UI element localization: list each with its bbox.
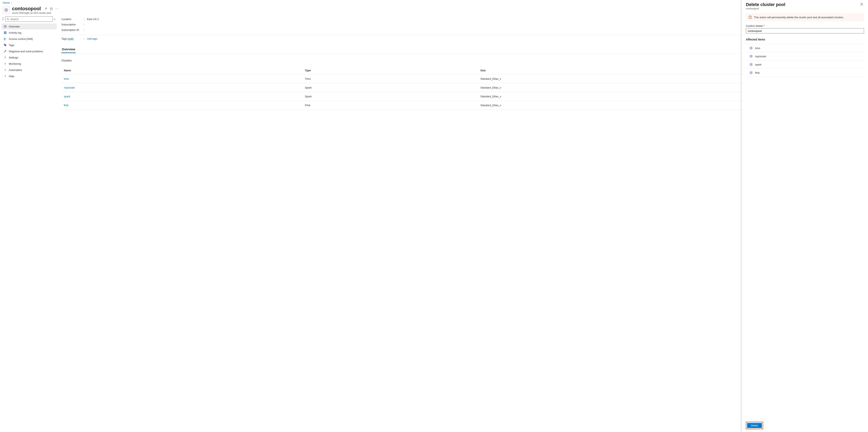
confirm-delete-label: Confirm delete * — [746, 24, 864, 27]
cluster-link[interactable]: spark — [64, 95, 70, 98]
sidebar: « Overview Activity log Access control (… — [0, 17, 57, 432]
page-title: contosopool — [12, 6, 41, 11]
warning-icon — [749, 16, 752, 19]
delete-flyout: Delete cluster pool contosopool This act… — [742, 0, 868, 432]
cluster-icon — [749, 47, 753, 50]
delete-button[interactable]: Delete — [747, 423, 762, 428]
cluster-pool-icon — [4, 8, 8, 12]
affected-items-list: trino mycluster spark flink — [746, 44, 864, 77]
svg-line-10 — [8, 20, 9, 20]
svg-marker-8 — [50, 7, 53, 10]
resource-subtitle: Azure HDInsight on AKS cluster pool — [12, 11, 59, 15]
breadcrumb: Home › — [0, 0, 868, 4]
sidebar-item-activity-log[interactable]: Activity log — [2, 30, 57, 36]
cluster-icon — [749, 55, 753, 58]
col-type[interactable]: Type — [303, 66, 478, 75]
sidebar-item-label: Automation — [9, 68, 22, 71]
sidebar-item-label: Diagnose and solve problems — [9, 50, 43, 53]
delete-button-highlight: Delete — [746, 422, 763, 429]
sidebar-item-tags[interactable]: Tags — [2, 42, 57, 48]
affected-item-name: spark — [755, 63, 762, 66]
location-label: Location — [61, 18, 84, 21]
access-control-icon — [4, 37, 7, 40]
overview-icon — [4, 25, 7, 28]
affected-item-name: trino — [755, 47, 760, 50]
search-input[interactable] — [10, 18, 52, 21]
sidebar-item-label: Settings — [9, 56, 18, 59]
affected-item: mycluster — [746, 52, 864, 60]
sidebar-item-diagnose[interactable]: Diagnose and solve problems — [2, 48, 57, 54]
sidebar-item-label: Tags — [9, 44, 14, 47]
sidebar-search[interactable] — [5, 17, 53, 22]
sidebar-item-label: Access control (IAM) — [9, 37, 33, 40]
svg-point-14 — [4, 38, 5, 39]
chevron-right-icon: › — [11, 2, 12, 4]
warning-text: This action will permanently delete the … — [754, 16, 844, 19]
collapse-sidebar-icon[interactable]: « — [54, 18, 56, 21]
activity-log-icon — [4, 31, 7, 34]
svg-point-15 — [5, 38, 6, 39]
subscription-label: Subscription — [61, 23, 84, 26]
breadcrumb-home-link[interactable]: Home — [3, 1, 10, 4]
svg-rect-12 — [4, 32, 6, 32]
close-icon[interactable] — [860, 2, 864, 7]
tags-icon — [4, 44, 7, 47]
sort-icon[interactable] — [2, 18, 4, 21]
svg-rect-18 — [750, 17, 750, 18]
affected-items-label: Affected items — [746, 38, 864, 41]
sidebar-item-label: Help — [9, 75, 14, 78]
add-tags-link[interactable]: Add tags — [87, 37, 97, 40]
flyout-subtitle: contosopool — [746, 7, 860, 10]
affected-item-name: mycluster — [755, 55, 766, 58]
affected-item: flink — [746, 69, 864, 77]
subscription-id-label: Subscription ID — [61, 28, 84, 31]
affected-item: spark — [746, 60, 864, 69]
flyout-title: Delete cluster pool — [746, 2, 860, 7]
cluster-type: Flink — [303, 101, 478, 110]
search-icon — [7, 18, 9, 21]
chevron-right-icon — [4, 56, 7, 59]
chevron-right-icon — [4, 62, 7, 65]
chevron-right-icon — [4, 75, 7, 78]
resource-icon — [3, 7, 10, 13]
more-icon[interactable]: ··· — [55, 7, 59, 10]
affected-item: trino — [746, 44, 864, 52]
sidebar-item-settings[interactable]: Settings — [2, 55, 57, 60]
sidebar-item-label: Overview — [9, 25, 20, 28]
cluster-type: Spark — [303, 83, 478, 92]
sidebar-item-monitoring[interactable]: Monitoring — [2, 61, 57, 67]
confirm-delete-input[interactable] — [746, 28, 864, 33]
cluster-icon — [749, 71, 753, 74]
tab-overview[interactable]: Overview — [61, 46, 76, 53]
tags-edit-link[interactable]: edit — [68, 37, 73, 40]
cluster-link[interactable]: flink — [64, 104, 68, 107]
svg-rect-13 — [4, 33, 6, 33]
warning-bar: This action will permanently delete the … — [746, 13, 864, 21]
diagnose-icon — [4, 50, 7, 53]
pin-icon[interactable] — [44, 7, 47, 10]
sidebar-item-help[interactable]: Help — [2, 73, 57, 79]
svg-point-9 — [7, 18, 9, 20]
favorite-star-icon[interactable] — [50, 7, 53, 10]
sidebar-item-automation[interactable]: Automation — [2, 67, 57, 73]
svg-point-16 — [4, 44, 5, 45]
cluster-link[interactable]: trino — [64, 77, 69, 80]
cluster-type: Trino — [303, 75, 478, 83]
chevron-right-icon — [4, 68, 7, 71]
affected-item-name: flink — [755, 71, 760, 74]
sidebar-item-label: Activity log — [9, 31, 21, 34]
resource-header: contosopool ··· Azure HDInsight on AKS c… — [0, 4, 868, 17]
sidebar-item-access-control[interactable]: Access control (IAM) — [2, 36, 57, 42]
col-name[interactable]: Name — [61, 66, 303, 75]
sidebar-item-label: Monitoring — [9, 62, 21, 65]
cluster-type: Spark — [303, 92, 478, 101]
tags-label: Tags (edit) — [61, 37, 84, 40]
cluster-icon — [749, 63, 753, 66]
sidebar-item-overview[interactable]: Overview — [2, 23, 57, 29]
cluster-link[interactable]: mycluster — [64, 86, 75, 89]
